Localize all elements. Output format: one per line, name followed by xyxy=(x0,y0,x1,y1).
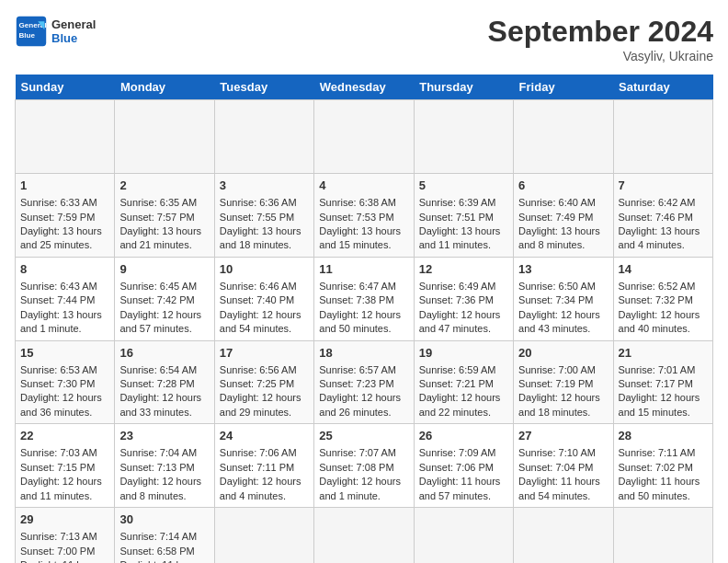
day-info: Sunrise: 7:13 AM xyxy=(20,530,109,544)
logo-icon: General Blue xyxy=(15,15,48,48)
day-info: Sunset: 7:19 PM xyxy=(518,377,608,391)
day-number: 28 xyxy=(619,428,708,444)
day-header-monday: Monday xyxy=(115,75,214,100)
day-info: Daylight: 12 hours and 26 minutes. xyxy=(319,391,408,419)
day-number: 20 xyxy=(518,345,608,362)
day-number: 22 xyxy=(20,428,109,444)
day-info: Sunset: 7:00 PM xyxy=(20,545,109,558)
calendar-cell xyxy=(115,100,214,174)
day-info: Sunrise: 7:03 AM xyxy=(20,446,109,460)
day-info: Daylight: 12 hours and 4 minutes. xyxy=(220,475,309,503)
calendar-week-4: 15Sunrise: 6:53 AMSunset: 7:30 PMDayligh… xyxy=(16,340,713,424)
day-info: Sunset: 7:11 PM xyxy=(220,461,309,475)
day-header-thursday: Thursday xyxy=(414,75,513,100)
day-info: Sunset: 7:28 PM xyxy=(119,377,209,391)
calendar-cell: 22Sunrise: 7:03 AMSunset: 7:15 PMDayligh… xyxy=(16,424,115,508)
day-info: Daylight: 13 hours and 25 minutes. xyxy=(20,224,109,253)
day-info: Sunrise: 6:57 AM xyxy=(319,363,408,377)
location: Vasyliv, Ukraine xyxy=(488,49,713,63)
header: General Blue General Blue September 2024… xyxy=(15,15,713,63)
day-info: Sunrise: 6:46 AM xyxy=(220,280,309,293)
day-info: Sunset: 7:23 PM xyxy=(319,377,408,391)
day-number: 29 xyxy=(20,511,109,528)
calendar-cell: 10Sunrise: 6:46 AMSunset: 7:40 PMDayligh… xyxy=(214,257,313,340)
calendar-cell: 12Sunrise: 6:49 AMSunset: 7:36 PMDayligh… xyxy=(414,257,513,340)
day-info: Sunrise: 6:40 AM xyxy=(518,196,608,210)
day-info: Daylight: 12 hours and 1 minute. xyxy=(319,475,408,503)
day-number: 18 xyxy=(319,345,408,362)
day-info: Sunrise: 6:53 AM xyxy=(20,363,109,377)
day-header-sunday: Sunday xyxy=(16,75,115,100)
day-info: Daylight: 12 hours and 22 minutes. xyxy=(419,391,508,419)
calendar-cell: 3Sunrise: 6:36 AMSunset: 7:55 PMDaylight… xyxy=(214,174,313,258)
day-info: Daylight: 13 hours and 8 minutes. xyxy=(518,224,608,253)
day-info: Sunrise: 7:14 AM xyxy=(119,530,209,544)
day-info: Sunset: 7:21 PM xyxy=(419,377,508,391)
day-number: 9 xyxy=(119,261,209,278)
calendar-cell: 13Sunrise: 6:50 AMSunset: 7:34 PMDayligh… xyxy=(514,257,613,340)
day-number: 23 xyxy=(119,428,209,444)
day-info: Sunrise: 6:52 AM xyxy=(619,280,708,293)
day-info: Daylight: 12 hours and 15 minutes. xyxy=(619,391,708,419)
day-info: Sunrise: 6:49 AM xyxy=(419,280,508,293)
day-info: Sunrise: 7:10 AM xyxy=(518,446,608,460)
day-info: Daylight: 12 hours and 11 minutes. xyxy=(20,475,109,503)
logo-text-general: General xyxy=(51,17,96,31)
calendar-cell: 18Sunrise: 6:57 AMSunset: 7:23 PMDayligh… xyxy=(314,340,414,424)
calendar-cell xyxy=(414,100,513,174)
day-info: Daylight: 12 hours and 40 minutes. xyxy=(619,308,708,337)
day-info: Sunset: 7:38 PM xyxy=(319,293,408,307)
calendar-cell: 6Sunrise: 6:40 AMSunset: 7:49 PMDaylight… xyxy=(514,174,613,258)
calendar-week-2: 1Sunrise: 6:33 AMSunset: 7:59 PMDaylight… xyxy=(16,174,713,258)
day-info: Daylight: 12 hours and 33 minutes. xyxy=(119,391,209,419)
day-number: 1 xyxy=(20,178,109,194)
calendar-cell xyxy=(16,100,115,174)
day-info: Daylight: 12 hours and 47 minutes. xyxy=(419,308,508,337)
day-number: 14 xyxy=(619,261,708,278)
day-info: Sunset: 7:40 PM xyxy=(220,293,309,307)
day-info: Sunrise: 7:11 AM xyxy=(619,446,708,460)
day-info: Sunrise: 6:33 AM xyxy=(20,196,109,210)
day-info: Sunrise: 6:47 AM xyxy=(319,280,408,293)
day-info: Sunset: 7:34 PM xyxy=(518,293,608,307)
day-number: 19 xyxy=(419,345,508,362)
month-title: September 2024 xyxy=(488,15,713,49)
day-header-saturday: Saturday xyxy=(613,75,712,100)
calendar-cell xyxy=(613,100,712,174)
day-number: 24 xyxy=(220,428,309,444)
calendar-cell: 14Sunrise: 6:52 AMSunset: 7:32 PMDayligh… xyxy=(613,257,712,340)
day-info: Sunset: 7:59 PM xyxy=(20,211,109,224)
calendar-cell: 17Sunrise: 6:56 AMSunset: 7:25 PMDayligh… xyxy=(214,340,313,424)
calendar-cell: 2Sunrise: 6:35 AMSunset: 7:57 PMDaylight… xyxy=(115,174,214,258)
day-info: Sunset: 7:36 PM xyxy=(419,293,508,307)
day-info: Sunrise: 7:09 AM xyxy=(419,446,508,460)
day-info: Sunset: 7:13 PM xyxy=(119,461,209,475)
logo: General Blue General Blue xyxy=(15,15,96,48)
day-info: Sunrise: 6:50 AM xyxy=(518,280,608,293)
calendar-cell: 11Sunrise: 6:47 AMSunset: 7:38 PMDayligh… xyxy=(314,257,414,340)
day-info: Daylight: 11 hours and 54 minutes. xyxy=(518,475,608,503)
day-number: 12 xyxy=(419,261,508,278)
calendar-cell: 21Sunrise: 7:01 AMSunset: 7:17 PMDayligh… xyxy=(613,340,712,424)
day-info: Daylight: 12 hours and 43 minutes. xyxy=(518,308,608,337)
day-number: 27 xyxy=(518,428,608,444)
title-area: September 2024 Vasyliv, Ukraine xyxy=(488,15,713,63)
day-info: Sunrise: 6:42 AM xyxy=(619,196,708,210)
day-info: Sunrise: 7:01 AM xyxy=(619,363,708,377)
calendar-week-3: 8Sunrise: 6:43 AMSunset: 7:44 PMDaylight… xyxy=(16,257,713,340)
calendar-cell xyxy=(314,508,414,564)
calendar-cell xyxy=(514,100,613,174)
calendar-cell xyxy=(514,508,613,564)
day-info: Daylight: 12 hours and 8 minutes. xyxy=(119,475,209,503)
calendar-week-6: 29Sunrise: 7:13 AMSunset: 7:00 PMDayligh… xyxy=(16,508,713,564)
day-info: Sunrise: 6:38 AM xyxy=(319,196,408,210)
day-info: Sunrise: 7:00 AM xyxy=(518,363,608,377)
day-info: Daylight: 12 hours and 50 minutes. xyxy=(319,308,408,337)
day-info: Daylight: 13 hours and 1 minute. xyxy=(20,308,109,337)
day-number: 25 xyxy=(319,428,408,444)
day-info: Sunset: 7:42 PM xyxy=(119,293,209,307)
day-number: 8 xyxy=(20,261,109,278)
day-info: Daylight: 11 hours and 43 minutes. xyxy=(119,558,209,563)
day-info: Daylight: 13 hours and 11 minutes. xyxy=(419,224,508,253)
calendar-cell: 5Sunrise: 6:39 AMSunset: 7:51 PMDaylight… xyxy=(414,174,513,258)
